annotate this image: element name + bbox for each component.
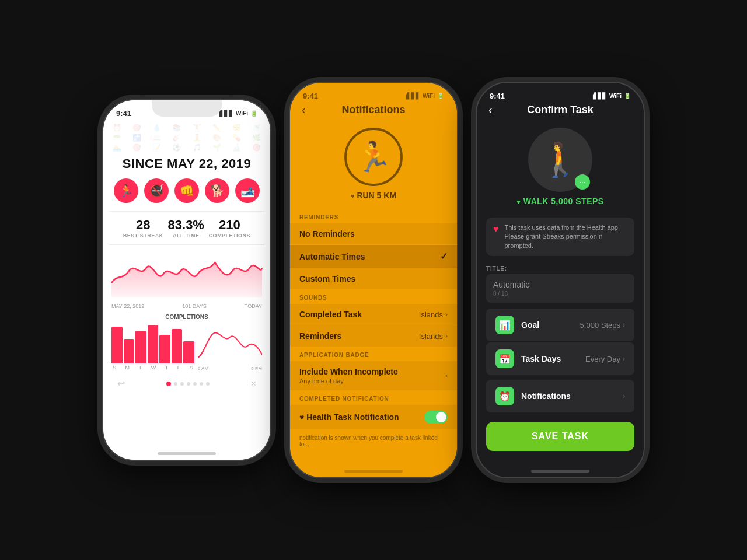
health-notice: ♥ This task uses data from the Health ap… bbox=[486, 218, 634, 256]
sound-reminders[interactable]: Reminders Islands › bbox=[290, 326, 457, 346]
home-indicator-1 bbox=[158, 452, 216, 455]
badge-title: Include When Incomplete bbox=[299, 367, 398, 376]
chevron-right-icon-1: › bbox=[445, 310, 448, 318]
notifications-icon: ⏰ bbox=[495, 387, 514, 405]
bar-t2 bbox=[159, 335, 170, 363]
reminder-custom-label: Custom Times bbox=[299, 274, 355, 284]
notifications-row[interactable]: ⏰ Notifications › bbox=[486, 380, 634, 412]
date-mid: 101 DAYS bbox=[182, 303, 206, 309]
stat-alltime: 83.3% ALL TIME bbox=[168, 218, 204, 239]
health-notif-toggle[interactable] bbox=[424, 411, 448, 424]
bar-w bbox=[148, 325, 159, 364]
health-notif-label: ♥ Health Task Notification bbox=[299, 412, 399, 422]
bar-t1 bbox=[135, 331, 146, 363]
home-indicator-3 bbox=[531, 470, 589, 473]
signal-icon-2: ▋▋▋ bbox=[406, 93, 420, 99]
close-icon[interactable]: × bbox=[251, 379, 256, 389]
heart-icon-2: ♥ bbox=[299, 412, 306, 422]
run-label: ♥ RUN 5 KM bbox=[351, 191, 396, 200]
line-chart bbox=[103, 245, 270, 303]
sound-completed[interactable]: Completed Task Islands › bbox=[290, 304, 457, 325]
status-icons-3: ▋▋▋ WiFi 🔋 bbox=[593, 93, 631, 99]
green-badge: ··· bbox=[575, 174, 590, 190]
stat-completions: 210 COMPLETIONS bbox=[209, 218, 251, 239]
reminder-auto[interactable]: Automatic Times ✓ bbox=[290, 245, 457, 268]
chevron-right-icon-2: › bbox=[445, 332, 448, 340]
stats-row: 28 BEST STREAK 83.3% ALL TIME 210 COMPLE… bbox=[109, 211, 264, 245]
notif-note: notification is shown when you complete … bbox=[290, 430, 457, 452]
save-task-button[interactable]: SAVE TASK bbox=[486, 422, 634, 451]
undo-icon[interactable]: ↩ bbox=[117, 378, 125, 389]
status-icons-2: ▋▋▋ WiFi 🔋 bbox=[406, 93, 444, 99]
activity-pet: 🐕 bbox=[205, 178, 229, 203]
dot-4 bbox=[187, 382, 190, 386]
badge-item[interactable]: Include When Incomplete Any time of day … bbox=[290, 361, 457, 390]
reminder-no-label: No Reminders bbox=[299, 229, 355, 239]
phone-3: 9:41 ▋▋▋ WiFi 🔋 ‹ Confirm Task 🚶 ··· ♥ bbox=[476, 82, 645, 478]
bar-label-sa: S bbox=[190, 365, 193, 370]
back-button-3[interactable]: ‹ bbox=[488, 103, 493, 117]
badge-left: Include When Incomplete Any time of day bbox=[299, 367, 398, 384]
confirm-title: Confirm Task bbox=[527, 104, 594, 116]
reminder-auto-label: Automatic Times bbox=[299, 252, 365, 261]
dot-2 bbox=[174, 382, 177, 386]
sound-reminders-val: Islands bbox=[419, 332, 443, 341]
weekly-bars bbox=[111, 323, 194, 363]
status-time-3: 9:41 bbox=[490, 92, 505, 100]
bar-label-w: W bbox=[151, 365, 156, 370]
reminders-section-label: REMINDERS bbox=[290, 209, 457, 223]
badge-sub: Any time of day bbox=[299, 377, 398, 384]
taskdays-label: Task Days bbox=[521, 354, 561, 363]
stat-streak-value: 28 bbox=[123, 218, 163, 233]
bar-label-s: S bbox=[113, 365, 116, 370]
phone-2: 9:41 ▋▋▋ WiFi 🔋 ‹ Notifications 🏃 ♥ RUN … bbox=[289, 82, 458, 478]
taskdays-right: Every Day › bbox=[585, 355, 625, 363]
title-field-label: TITLE: bbox=[477, 261, 644, 274]
notif-title: Notifications bbox=[341, 104, 405, 116]
bar-label-f: F bbox=[177, 365, 181, 370]
goal-value: 5,000 Steps bbox=[580, 321, 620, 330]
battery-icon-1: 🔋 bbox=[250, 110, 257, 117]
screen-1: 9:41 ▋▋▋ WiFi 🔋 ⏰🎯💧📚🏋️✏️😴🚿 🥗🚰📖🎸🧘🎨💊🌿 🏊🎯📝⚽… bbox=[103, 100, 270, 460]
reminder-custom[interactable]: Custom Times bbox=[290, 268, 457, 289]
back-button-2[interactable]: ‹ bbox=[302, 103, 306, 117]
taskdays-row[interactable]: 📅 Task Days Every Day › bbox=[486, 342, 634, 375]
stat-alltime-label: ALL TIME bbox=[168, 233, 204, 239]
time-label-6pm: 6 PM bbox=[251, 366, 262, 371]
char-count: 0 / 18 bbox=[493, 290, 627, 297]
date-row: MAY 22, 2019 101 DAYS TODAY bbox=[103, 303, 270, 309]
completions-title: COMPLETIONS bbox=[111, 314, 262, 320]
date-start: MAY 22, 2019 bbox=[111, 303, 144, 309]
notif-header: ‹ Notifications bbox=[290, 104, 457, 122]
status-icons-1: ▋▋▋ WiFi 🔋 bbox=[219, 110, 257, 117]
reminder-no[interactable]: No Reminders bbox=[290, 223, 457, 244]
date-end: TODAY bbox=[245, 303, 262, 309]
notifications-chevron-icon: › bbox=[623, 392, 625, 400]
activity-run: 🏃 bbox=[114, 178, 138, 203]
battery-icon-2: 🔋 bbox=[437, 93, 444, 99]
notch-1 bbox=[152, 100, 222, 117]
health-notice-text: This task uses data from the Health app.… bbox=[505, 223, 628, 250]
sound-completed-label: Completed Task bbox=[299, 310, 362, 319]
activity-icons: 🏃 🚭 👊 🐕 🎿 bbox=[103, 178, 270, 203]
home-indicator-2 bbox=[344, 470, 403, 473]
walk-label: ♥ WALK 5,000 STEPS bbox=[516, 197, 603, 206]
completed-notif-section: COMPLETED NOTIFICATION bbox=[290, 391, 457, 404]
bar-label-t: T bbox=[139, 365, 142, 370]
phone-1: 9:41 ▋▋▋ WiFi 🔋 ⏰🎯💧📚🏋️✏️😴🚿 🥗🚰📖🎸🧘🎨💊🌿 🏊🎯📝⚽… bbox=[102, 99, 271, 461]
goal-row[interactable]: 📊 Goal 5,000 Steps › bbox=[486, 309, 634, 341]
health-notice-icon: ♥ bbox=[493, 224, 499, 235]
bar-label-row: S M T W T F S bbox=[111, 365, 194, 370]
run-label-text: RUN 5 KM bbox=[357, 191, 396, 200]
health-notif-item[interactable]: ♥ Health Task Notification bbox=[290, 405, 457, 429]
taskdays-left: 📅 Task Days bbox=[495, 349, 561, 368]
title-input-row[interactable]: Automatic 0 / 18 bbox=[486, 274, 634, 303]
walk-circle: 🚶 ··· bbox=[528, 128, 592, 192]
screen-3: 9:41 ▋▋▋ WiFi 🔋 ‹ Confirm Task 🚶 ··· ♥ bbox=[477, 83, 644, 477]
stat-streak-label: BEST STREAK bbox=[123, 233, 163, 239]
bar-m bbox=[124, 339, 135, 363]
title-input-text: Automatic bbox=[493, 280, 627, 289]
status-time-1: 9:41 bbox=[116, 109, 131, 118]
activity-exercise: 👊 bbox=[174, 178, 199, 203]
dot-indicators bbox=[166, 382, 210, 386]
